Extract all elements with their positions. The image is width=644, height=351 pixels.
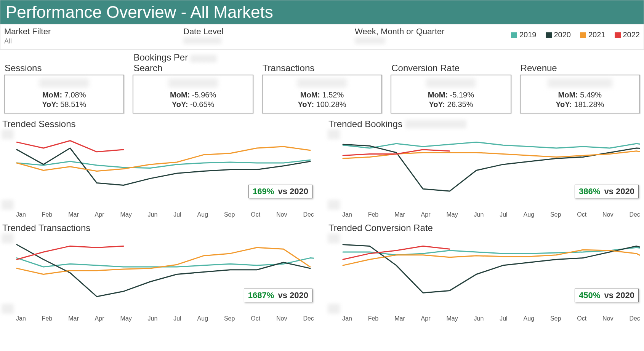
y-tick-blur (328, 200, 340, 210)
date-level-label: Date Level (183, 27, 340, 37)
kpi-title-sessions: Sessions (5, 63, 42, 73)
x-tick: May (120, 211, 131, 218)
x-tick: Jun (474, 315, 484, 322)
kpi-mom-value: 1.52% (322, 91, 344, 99)
comparison-badge-bookings: 386% vs 2020 (575, 185, 639, 198)
series-2019[interactable] (17, 258, 314, 267)
swatch-2021 (580, 32, 586, 38)
chart-title-sessions: Trended Sessions (2, 119, 316, 129)
series-2021[interactable] (17, 147, 310, 171)
chart-wrap-transactions[interactable]: 1687% vs 2020 (2, 233, 316, 315)
series-2021[interactable] (343, 151, 640, 159)
kpi-mom-label: MoM: (558, 91, 578, 99)
x-tick: Dec (629, 211, 640, 218)
badge-vs-text: vs 2020 (602, 187, 634, 196)
market-filter-label: Market Filter (4, 27, 168, 37)
series-2022[interactable] (17, 141, 123, 152)
date-level-value[interactable]: xxxxxxx (183, 37, 340, 45)
x-tick: Sep (224, 315, 235, 322)
series-2019[interactable] (17, 160, 310, 168)
x-tick: Mar (68, 211, 79, 218)
badge-vs-text: vs 2020 (276, 290, 308, 300)
filter-bar: Market Filter All Date Level xxxxxxx Wee… (0, 24, 644, 49)
kpi-box-conversion[interactable]: MoM: -5.19% YoY: 26.35% (391, 75, 511, 113)
comparison-badge-sessions: 169% vs 2020 (248, 185, 312, 198)
x-axis-sessions: JanFebMarAprMayJunJulAugSepOctNovDec (2, 211, 316, 218)
series-2020[interactable] (343, 144, 640, 191)
y-tick-blur (328, 304, 340, 314)
x-tick: Apr (421, 315, 431, 322)
kpi-title-bookings1: Bookings Per (133, 53, 188, 62)
legend-label-2021: 2021 (588, 30, 606, 39)
x-tick: Oct (251, 211, 260, 218)
x-tick: Aug (524, 211, 534, 218)
y-tick-blur (2, 129, 14, 139)
line-chart-transactions[interactable] (2, 233, 314, 315)
kpi-bookings-per-search: Bookings Per xxxxx Search MoM: -5.96% Yo… (130, 52, 255, 113)
chart-cell-bookings: Trended Bookingsxxxxxxxxxxx386% vs 2020J… (328, 116, 642, 218)
series-2021[interactable] (17, 247, 310, 274)
legend-item-2021[interactable]: 2021 (580, 30, 606, 39)
x-tick: Mar (394, 211, 405, 218)
x-tick: Dec (303, 211, 314, 218)
series-2022[interactable] (17, 246, 123, 259)
legend-item-2022[interactable]: 2022 (615, 30, 640, 39)
badge-percent: 386% (579, 187, 600, 196)
charts-grid: Trended Sessions169% vs 2020JanFebMarApr… (0, 115, 644, 322)
chart-title-text: Trended Transactions (2, 223, 90, 233)
x-tick: Jul (500, 315, 507, 322)
kpi-yoy-value: 181.28% (574, 100, 604, 108)
kpi-mom-label: MoM: (42, 91, 62, 99)
kpi-mom-value: -5.96% (192, 91, 216, 99)
x-tick: Apr (95, 211, 104, 218)
comparison-badge-conversion: 450% vs 2020 (575, 289, 639, 302)
period-label: Week, Month or Quarter (355, 27, 477, 37)
kpi-value-blur (426, 78, 476, 88)
y-tick-blur (2, 304, 14, 314)
series-2019[interactable] (343, 142, 640, 148)
kpi-mom-value: -5.19% (450, 91, 474, 99)
legend-label-2019: 2019 (519, 30, 537, 39)
kpi-box-bookings[interactable]: MoM: -5.96% YoY: -0.65% (133, 75, 253, 113)
chart-title-blur: xxxxxxxxxxx (405, 120, 466, 128)
chart-wrap-conversion[interactable]: 450% vs 2020 (328, 233, 642, 315)
kpi-mom-value: 7.08% (64, 91, 86, 99)
x-tick: Apr (95, 315, 104, 322)
legend-item-2019[interactable]: 2019 (511, 30, 537, 39)
kpi-yoy-label: YoY: (42, 100, 58, 108)
line-chart-sessions[interactable] (2, 129, 314, 211)
period-value[interactable]: xxxxx (355, 37, 477, 45)
market-filter-value[interactable]: All (4, 37, 168, 45)
x-tick: Jul (173, 315, 181, 322)
line-chart-bookings[interactable] (328, 129, 640, 211)
x-tick: Aug (197, 211, 208, 218)
x-tick: Feb (42, 315, 53, 322)
chart-cell-conversion: Trended Conversion Rate450% vs 2020JanFe… (328, 220, 642, 322)
chart-title-bookings: Trended Bookingsxxxxxxxxxxx (328, 119, 642, 129)
kpi-yoy-value: 58.51% (60, 100, 86, 108)
badge-vs-text: vs 2020 (602, 290, 634, 300)
x-tick: Jul (173, 211, 181, 218)
chart-title-text: Trended Conversion Rate (328, 223, 433, 233)
x-tick: Jan (16, 315, 26, 322)
kpi-title-transactions: Transactions (263, 63, 315, 73)
swatch-2020 (546, 32, 552, 38)
kpi-mom-value: 5.49% (580, 91, 602, 99)
line-chart-conversion[interactable] (328, 233, 640, 315)
kpi-mom-label: MoM: (300, 91, 320, 99)
x-axis-bookings: JanFebMarAprMayJunJulAugSepOctNovDec (328, 211, 642, 218)
legend-item-2020[interactable]: 2020 (546, 30, 571, 39)
kpi-yoy-label: YoY: (556, 100, 572, 108)
x-tick: Sep (550, 211, 561, 218)
kpi-mom-label: MoM: (170, 91, 190, 99)
title-text: Performance Overview - All Markets (6, 3, 273, 21)
x-tick: Jun (148, 211, 158, 218)
x-tick: May (120, 315, 131, 322)
chart-wrap-bookings[interactable]: 386% vs 2020 (328, 129, 642, 211)
x-tick: Feb (368, 315, 379, 322)
kpi-box-sessions[interactable]: MoM: 7.08% YoY: 58.51% (4, 75, 124, 113)
chart-wrap-sessions[interactable]: 169% vs 2020 (2, 129, 316, 211)
kpi-box-transactions[interactable]: MoM: 1.52% YoY: 100.28% (262, 75, 382, 113)
badge-vs-text: vs 2020 (276, 187, 308, 196)
kpi-box-revenue[interactable]: MoM: 5.49% YoY: 181.28% (520, 75, 640, 113)
